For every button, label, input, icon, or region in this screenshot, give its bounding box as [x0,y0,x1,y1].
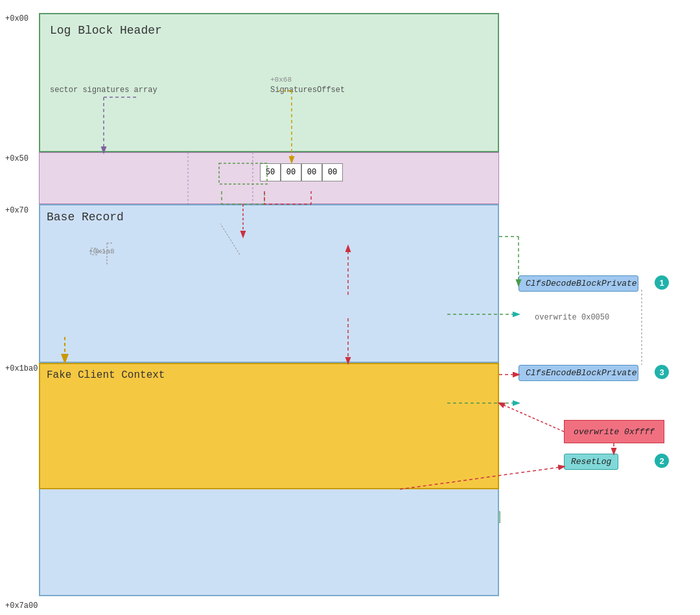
offset-0x1ba0: +0x1ba0 [5,364,38,373]
overwrite-box-right: overwrite 0xffff [564,420,664,443]
offset-1a8-label: +0x1a8 [89,248,115,255]
byte-box-1: 00 [281,163,301,181]
purple-stripe: 50 00 00 00 [39,152,499,204]
resetlog-box: ResetLog [564,454,618,470]
num-badge-3: 3 [655,365,669,379]
signatures-offset-hex-label: +0x68 [270,76,292,84]
diagram-container: +0x00 +0x50 +0x70 +0x1ba0 +0x7a00 Log Bl… [0,0,700,615]
offset-0x70: +0x70 [5,206,29,215]
offset-0x00: +0x00 [5,14,29,23]
clfs-encode-block-private-box: ClfsEncodeBlockPrivate [519,365,638,381]
byte-box-0: 50 [260,163,281,181]
sector-sig-array-label: sector signatures array [50,86,158,95]
byte-boxes: 50 00 00 00 [260,163,343,181]
svg-line-23 [499,403,564,432]
fake-client-context: Fake Client Context +0x1bfe sector_sig +… [39,363,499,489]
num-badge-1: 1 [655,275,669,290]
clfs-decode-block-private-box: ClfsDecodeBlockPrivate [519,275,638,292]
byte-box-2: 00 [301,163,322,181]
offset-0x50: +0x50 [5,154,29,163]
log-block-header: Log Block Header sector signatures array… [39,13,499,152]
log-block-header-title: Log Block Header [50,24,162,37]
byte-box-3: 00 [322,163,343,181]
fake-client-title: Fake Client Context [47,369,165,381]
offset-0x7a00: +0x7a00 [5,601,38,610]
overwrite-0x0050-text: overwrite 0x0050 [535,313,609,322]
base-record-title: Base Record [47,211,124,224]
base-record: Base Record +0x1a8 client context offset… [39,204,499,363]
signatures-offset-label: SignaturesOffset [270,86,345,95]
bottom-blue [39,489,499,596]
num-badge-2: 2 [655,454,669,468]
